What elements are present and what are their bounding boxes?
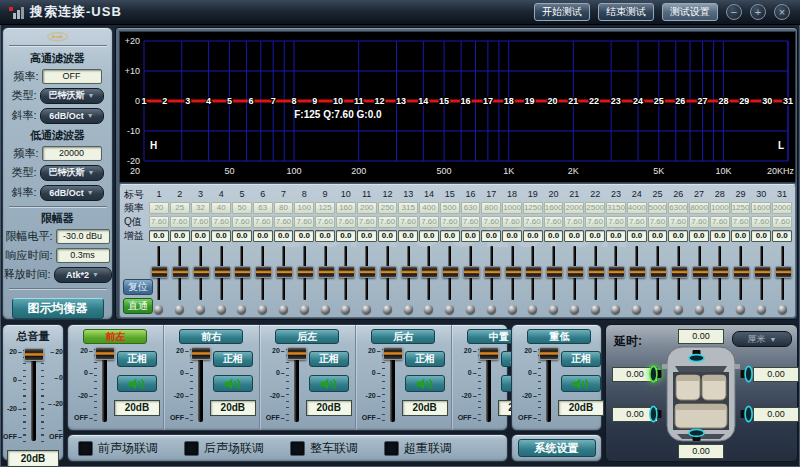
band-gain-slider[interactable] [398,244,418,302]
band-point-number[interactable]: 12 [374,96,384,106]
band-q-input[interactable]: 7.60 [606,216,626,228]
band-gain-slider[interactable] [170,244,190,302]
slider-handle[interactable] [733,266,750,278]
channel-fader-track[interactable] [486,348,491,422]
slider-handle[interactable] [463,266,480,278]
channel-fader-handle[interactable] [539,347,559,360]
band-q-input[interactable]: 7.60 [689,216,709,228]
band-q-input[interactable]: 7.60 [336,216,356,228]
speaker-mute-button[interactable] [309,375,349,392]
band-freq-input[interactable]: 1600 [544,202,564,214]
band-point-number[interactable]: 13 [396,96,406,106]
band-freq-input[interactable]: 8000 [689,202,709,214]
band-gain-slider[interactable] [523,244,543,302]
system-settings-button[interactable]: 系统设置 [518,439,596,457]
band-q-input[interactable]: 7.60 [170,216,190,228]
band-freq-input[interactable]: 2000 [564,202,584,214]
band-select-knob[interactable] [445,305,454,314]
band-q-input[interactable]: 7.60 [523,216,543,228]
band-q-input[interactable]: 7.60 [191,216,211,228]
channel-select-button[interactable]: 重低 [527,329,591,344]
band-gain-slider[interactable] [461,244,481,302]
slider-handle[interactable] [276,266,293,278]
slider-handle[interactable] [151,266,168,278]
band-point-number[interactable]: 23 [611,96,621,106]
minimize-button[interactable]: − [726,4,742,20]
band-gain-slider[interactable] [564,244,584,302]
band-freq-input[interactable]: 2500 [585,202,605,214]
band-point-number[interactable]: 20 [547,96,557,106]
slider-handle[interactable] [359,266,376,278]
slider-handle[interactable] [193,266,210,278]
band-freq-input[interactable]: 32 [191,202,211,214]
eq-bypass-button[interactable]: 直通 [123,298,153,314]
master-fader-handle[interactable] [24,348,44,361]
band-gain-input[interactable]: 0.0 [440,230,460,242]
slider-handle[interactable] [546,266,563,278]
band-gain-input[interactable]: 0.0 [419,230,439,242]
band-select-knob[interactable] [383,305,392,314]
band-select-knob[interactable] [632,305,641,314]
band-q-input[interactable]: 7.60 [461,216,481,228]
band-point-number[interactable]: 31 [783,96,793,106]
limiter-attack-input[interactable]: 0.3ms [56,248,110,263]
slider-handle[interactable] [671,266,688,278]
band-q-input[interactable]: 7.60 [564,216,584,228]
band-gain-slider[interactable] [627,244,647,302]
band-freq-input[interactable]: 3150 [606,202,626,214]
band-gain-input[interactable]: 0.0 [772,230,792,242]
band-q-input[interactable]: 7.60 [378,216,398,228]
speaker-mute-button[interactable] [405,375,445,392]
band-gain-slider[interactable] [648,244,668,302]
band-gain-slider[interactable] [211,244,231,302]
band-q-input[interactable]: 7.60 [481,216,501,228]
band-select-knob[interactable] [528,305,537,314]
slider-handle[interactable] [172,266,189,278]
delay-value-rear-center[interactable]: 0.00 [678,444,724,459]
band-q-input[interactable]: 7.60 [274,216,294,228]
channel-fader-track[interactable] [102,348,107,422]
band-select-knob[interactable] [736,305,745,314]
link-checkbox[interactable] [184,441,199,456]
band-freq-input[interactable]: 250 [378,202,398,214]
maximize-button[interactable]: + [750,4,766,20]
band-freq-input[interactable]: 50 [232,202,252,214]
slider-handle[interactable] [318,266,335,278]
channel-fader-handle[interactable] [95,347,115,360]
band-q-input[interactable]: 7.60 [751,216,771,228]
band-gain-slider[interactable] [731,244,751,302]
band-point-number[interactable]: 2 [162,96,167,106]
band-select-knob[interactable] [154,305,163,314]
band-point-number[interactable]: 30 [762,96,772,106]
band-gain-input[interactable]: 0.0 [751,230,771,242]
band-freq-input[interactable]: 100 [294,202,314,214]
slider-handle[interactable] [629,266,646,278]
band-gain-input[interactable]: 0.0 [564,230,584,242]
hpf-marker[interactable]: H [150,140,157,151]
channel-fader-track[interactable] [198,348,203,422]
band-freq-input[interactable]: 20 [149,202,169,214]
slider-handle[interactable] [525,266,542,278]
band-q-input[interactable]: 7.60 [357,216,377,228]
slider-handle[interactable] [338,266,355,278]
band-select-knob[interactable] [674,305,683,314]
band-freq-input[interactable]: 16000 [751,202,771,214]
band-freq-input[interactable]: 4000 [627,202,647,214]
band-q-input[interactable]: 7.60 [772,216,792,228]
band-select-knob[interactable] [508,305,517,314]
channel-select-button[interactable]: 后左 [275,329,339,344]
rear-right-speaker-icon[interactable] [740,405,753,423]
band-point-number[interactable]: 3 [185,96,190,106]
band-gain-input[interactable]: 0.0 [211,230,231,242]
band-gain-input[interactable]: 0.0 [523,230,543,242]
band-gain-input[interactable]: 0.0 [481,230,501,242]
slider-handle[interactable] [234,266,251,278]
test-settings-button[interactable]: 测试设置 [662,3,718,21]
channel-gain-value[interactable]: 20dB [306,400,352,416]
band-q-input[interactable]: 7.60 [502,216,522,228]
band-freq-input[interactable]: 200 [357,202,377,214]
band-select-knob[interactable] [217,305,226,314]
phase-button[interactable]: 正相 [561,351,601,367]
band-gain-slider[interactable] [689,244,709,302]
channel-gain-value[interactable]: 20dB [558,400,604,416]
